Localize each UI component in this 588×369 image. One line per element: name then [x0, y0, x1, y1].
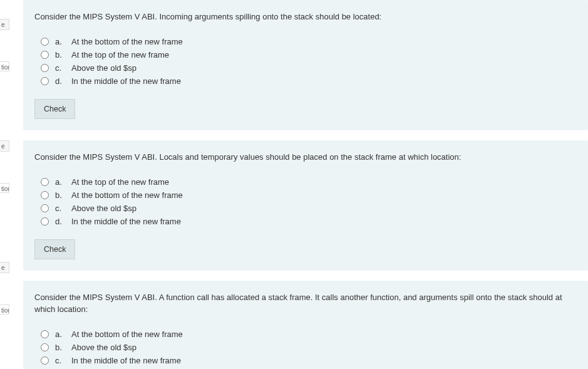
- question-block: Consider the MIPS System V ABI. Locals a…: [23, 140, 588, 271]
- question-prompt: Consider the MIPS System V ABI. Locals a…: [34, 152, 577, 163]
- main-content: Consider the MIPS System V ABI. Incoming…: [9, 0, 588, 369]
- sidebar-tab-flag[interactable]: tion: [0, 304, 9, 314]
- option-text: At the top of the new frame: [71, 177, 169, 187]
- option-text: At the bottom of the new frame: [71, 190, 183, 200]
- option-text: Above the old $sp: [71, 204, 137, 213]
- option-letter: c.: [55, 204, 65, 213]
- option-text: In the middle of the new frame: [71, 76, 181, 86]
- option-letter: b.: [55, 50, 65, 60]
- option-letter: a.: [55, 177, 65, 187]
- check-button[interactable]: Check: [34, 99, 75, 119]
- option-text: Above the old $sp: [71, 343, 137, 352]
- radio-icon[interactable]: [41, 343, 49, 351]
- option-letter: a.: [55, 37, 65, 46]
- radio-icon[interactable]: [41, 191, 49, 199]
- option-letter: b.: [55, 343, 65, 352]
- option-text: In the middle of the new frame: [71, 356, 181, 365]
- option-row[interactable]: d. In the middle of the new frame: [41, 75, 577, 88]
- options-list: a. At the bottom of the new frame b. At …: [41, 35, 577, 88]
- option-letter: d.: [55, 217, 65, 226]
- question-prompt: Consider the MIPS System V ABI. Incoming…: [34, 11, 577, 23]
- question-prompt: Consider the MIPS System V ABI. A functi…: [34, 292, 577, 314]
- sidebar-tab-question[interactable]: e: [0, 140, 9, 152]
- sidebar-tab-question[interactable]: e: [0, 19, 9, 30]
- radio-icon[interactable]: [41, 178, 49, 186]
- option-text: In the middle of the new frame: [71, 217, 181, 226]
- sidebar-tab-flag[interactable]: tion: [0, 183, 9, 193]
- option-letter: c.: [55, 356, 65, 365]
- option-row[interactable]: b. Above the old $sp: [41, 341, 577, 354]
- radio-icon[interactable]: [41, 217, 49, 226]
- radio-icon[interactable]: [41, 204, 49, 212]
- option-text: Above the old $sp: [71, 63, 137, 73]
- option-letter: a.: [55, 330, 65, 339]
- option-letter: c.: [55, 63, 65, 73]
- option-letter: b.: [55, 190, 65, 200]
- radio-icon[interactable]: [41, 51, 49, 59]
- radio-icon[interactable]: [41, 64, 49, 72]
- option-row[interactable]: b. At the top of the new frame: [41, 48, 577, 61]
- question-block: Consider the MIPS System V ABI. Incoming…: [23, 0, 588, 130]
- option-row[interactable]: b. At the bottom of the new frame: [41, 189, 577, 202]
- option-row[interactable]: a. At the bottom of the new frame: [41, 35, 577, 48]
- radio-icon[interactable]: [41, 356, 49, 365]
- sidebar: e tion e tion e tion: [0, 0, 9, 369]
- radio-icon[interactable]: [41, 38, 49, 46]
- option-row[interactable]: a. At the top of the new frame: [41, 175, 577, 189]
- option-letter: d.: [55, 76, 65, 86]
- radio-icon[interactable]: [41, 77, 49, 85]
- check-button[interactable]: Check: [34, 239, 75, 259]
- option-row[interactable]: d. In the middle of the new frame: [41, 215, 577, 228]
- option-text: At the top of the new frame: [71, 50, 169, 60]
- option-text: At the bottom of the new frame: [71, 37, 183, 46]
- radio-icon[interactable]: [41, 330, 49, 338]
- sidebar-tab-question[interactable]: e: [0, 262, 9, 273]
- sidebar-tab-flag[interactable]: tion: [0, 61, 9, 71]
- option-row[interactable]: c. In the middle of the new frame: [41, 354, 577, 367]
- options-list: a. At the bottom of the new frame b. Abo…: [41, 328, 577, 369]
- option-row[interactable]: a. At the bottom of the new frame: [41, 328, 577, 341]
- question-block: Consider the MIPS System V ABI. A functi…: [23, 281, 588, 369]
- option-row[interactable]: c. Above the old $sp: [41, 202, 577, 215]
- option-text: At the bottom of the new frame: [71, 330, 183, 339]
- option-row[interactable]: c. Above the old $sp: [41, 61, 577, 75]
- options-list: a. At the top of the new frame b. At the…: [41, 175, 577, 228]
